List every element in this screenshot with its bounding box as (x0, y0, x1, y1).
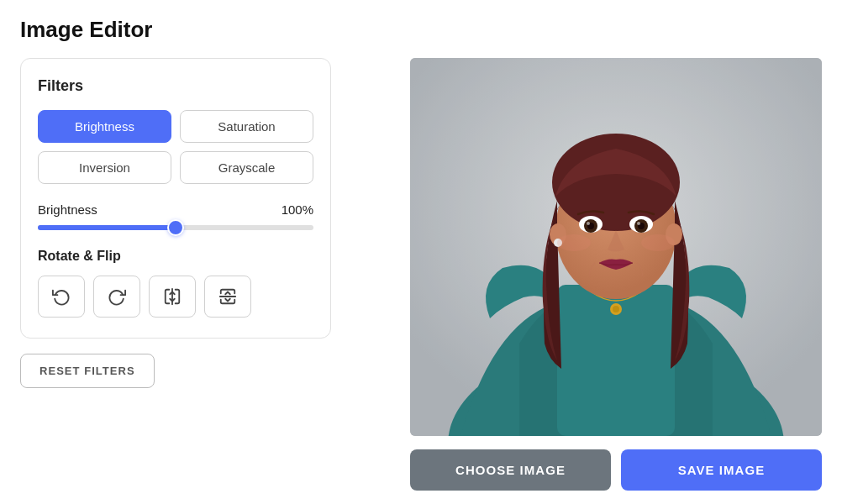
save-image-button[interactable]: SAVE IMAGE (621, 449, 822, 491)
flip-vertical-icon (218, 287, 237, 306)
slider-label-row: Brightness 100% (38, 202, 313, 217)
preview-image (410, 58, 822, 436)
bottom-buttons: CHOOSE IMAGE SAVE IMAGE (410, 449, 822, 491)
slider-thumb[interactable] (167, 219, 184, 236)
slider-section: Brightness 100% (38, 202, 313, 230)
svg-point-22 (637, 222, 640, 225)
flip-horizontal-button[interactable] (149, 276, 196, 318)
slider-fill (38, 225, 176, 230)
filter-btn-inversion[interactable]: Inversion (38, 151, 171, 184)
brightness-slider-track[interactable] (38, 225, 313, 230)
rotate-left-button[interactable] (38, 276, 85, 318)
slider-value: 100% (282, 202, 313, 217)
reset-filters-button[interactable]: RESET FILTERS (20, 354, 155, 388)
rotate-flip-buttons (38, 276, 313, 318)
filter-btn-brightness[interactable]: Brightness (38, 110, 171, 143)
svg-point-9 (613, 306, 619, 312)
flip-horizontal-icon (163, 287, 182, 306)
rotate-left-icon (52, 287, 71, 306)
page-title: Image Editor (20, 17, 822, 43)
image-preview (410, 58, 822, 436)
main-layout: Filters Brightness Saturation Inversion … (20, 58, 822, 491)
filter-btn-grayscale[interactable]: Grayscale (180, 151, 313, 184)
choose-image-button[interactable]: CHOOSE IMAGE (410, 449, 611, 491)
svg-point-23 (557, 234, 591, 251)
filter-buttons-grid: Brightness Saturation Inversion Grayscal… (38, 110, 313, 184)
svg-point-21 (587, 222, 590, 225)
filters-card: Filters Brightness Saturation Inversion … (20, 58, 331, 339)
rotate-right-button[interactable] (93, 276, 140, 318)
flip-vertical-button[interactable] (204, 276, 251, 318)
slider-label: Brightness (38, 202, 97, 217)
filters-title: Filters (38, 77, 313, 95)
rotate-right-icon (108, 287, 126, 306)
svg-point-24 (641, 234, 675, 251)
filter-btn-saturation[interactable]: Saturation (180, 110, 313, 143)
rotate-flip-title: Rotate & Flip (38, 249, 313, 264)
right-panel: CHOOSE IMAGE SAVE IMAGE (356, 58, 822, 491)
left-panel: Filters Brightness Saturation Inversion … (20, 58, 331, 388)
